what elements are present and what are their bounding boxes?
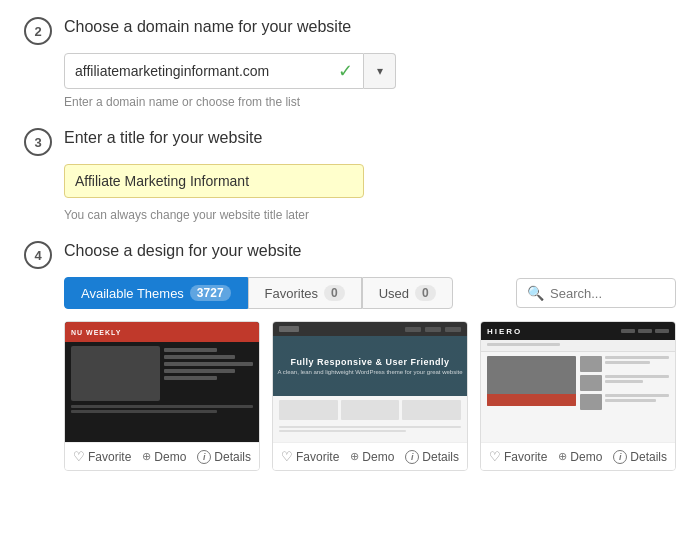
- theme-1-demo-btn[interactable]: ⊕ Demo: [142, 450, 186, 464]
- tab-available-themes[interactable]: Available Themes 3727: [64, 277, 248, 309]
- theme-card-2[interactable]: Fully Responsive & User Friendly A clean…: [272, 321, 468, 471]
- theme-3-details-btn[interactable]: i Details: [613, 450, 667, 464]
- theme-2-content: [273, 396, 467, 424]
- step-2-title: Choose a domain name for your website: [64, 16, 351, 36]
- theme-1-line-4: [164, 369, 235, 373]
- globe-icon-1: ⊕: [142, 450, 151, 463]
- domain-hint: Enter a domain name or choose from the l…: [64, 95, 676, 109]
- theme-2-favorite-label: Favorite: [296, 450, 339, 464]
- theme-3-preview: HIERO: [481, 322, 675, 442]
- theme-2-block-1: [279, 400, 338, 420]
- theme-card-1[interactable]: NU WEEKLY: [64, 321, 260, 471]
- theme-2-bar: [273, 322, 467, 336]
- theme-1-bar: NU WEEKLY: [65, 322, 259, 342]
- theme-3-line-3: [605, 375, 669, 378]
- theme-3-favorite-label: Favorite: [504, 450, 547, 464]
- step-2-circle: 2: [24, 17, 52, 45]
- theme-3-lines-1: [605, 356, 669, 364]
- theme-3-line-2: [605, 361, 650, 364]
- theme-2-hero: Fully Responsive & User Friendly A clean…: [273, 336, 467, 396]
- theme-3-line-5: [605, 394, 669, 397]
- theme-1-name: NU WEEKLY: [71, 329, 121, 336]
- theme-3-line-6: [605, 399, 656, 402]
- title-hint: You can always change your website title…: [64, 208, 676, 222]
- theme-2-preview: Fully Responsive & User Friendly A clean…: [273, 322, 467, 442]
- theme-3-line-1: [605, 356, 669, 359]
- theme-3-thumb-1: [580, 356, 602, 372]
- theme-search-input[interactable]: [550, 286, 700, 301]
- theme-1-image: [71, 346, 160, 401]
- theme-3-line-4: [605, 380, 643, 383]
- info-icon-3: i: [613, 450, 627, 464]
- heart-icon-2: ♡: [281, 449, 293, 464]
- tab-available-label: Available Themes: [81, 286, 184, 301]
- theme-2-block-3: [402, 400, 461, 420]
- theme-3-side-item-2: [580, 375, 669, 391]
- theme-3-details-label: Details: [630, 450, 667, 464]
- step-4-title: Choose a design for your website: [64, 240, 301, 260]
- theme-2-hero-sub: A clean, lean and lightweight WordPress …: [278, 369, 463, 375]
- step-2-content: ✓ ▾ Enter a domain name or choose from t…: [64, 53, 676, 109]
- theme-tabs: Available Themes 3727 Favorites 0 Used 0…: [64, 277, 676, 309]
- theme-3-demo-btn[interactable]: ⊕ Demo: [558, 450, 602, 464]
- theme-2-logo: [279, 326, 299, 332]
- info-icon-2: i: [405, 450, 419, 464]
- theme-1-line-5: [164, 376, 217, 380]
- step-3-title: Enter a title for your website: [64, 127, 262, 147]
- theme-2-demo-btn[interactable]: ⊕ Demo: [350, 450, 394, 464]
- tab-used-count: 0: [415, 285, 436, 301]
- theme-3-lines-2: [605, 375, 669, 383]
- theme-2-details-label: Details: [422, 450, 459, 464]
- domain-input-wrapper: ✓: [64, 53, 364, 89]
- theme-3-lines-3: [605, 394, 669, 402]
- theme-3-name: HIERO: [487, 327, 522, 336]
- theme-1-line-1: [164, 348, 217, 352]
- info-icon-1: i: [197, 450, 211, 464]
- step-4-content: Available Themes 3727 Favorites 0 Used 0…: [64, 277, 676, 471]
- theme-1-favorite-label: Favorite: [88, 450, 131, 464]
- tab-favorites-label: Favorites: [265, 286, 318, 301]
- website-title-input[interactable]: [64, 164, 364, 198]
- step-3-circle: 3: [24, 128, 52, 156]
- domain-input[interactable]: [75, 63, 332, 79]
- theme-1-line-2: [164, 355, 235, 359]
- theme-1-favorite-btn[interactable]: ♡ Favorite: [73, 449, 131, 464]
- theme-3-side-item-3: [580, 394, 669, 410]
- theme-3-content: [481, 352, 675, 414]
- theme-3-sidebar: [580, 356, 669, 410]
- theme-3-thumb-2: [580, 375, 602, 391]
- globe-icon-2: ⊕: [350, 450, 359, 463]
- tab-used[interactable]: Used 0: [362, 277, 453, 309]
- theme-2-demo-label: Demo: [362, 450, 394, 464]
- domain-check-icon: ✓: [338, 60, 353, 82]
- theme-3-thumb-3: [580, 394, 602, 410]
- theme-3-demo-label: Demo: [570, 450, 602, 464]
- theme-card-3[interactable]: HIERO: [480, 321, 676, 471]
- theme-3-side-item-1: [580, 356, 669, 372]
- theme-2-favorite-btn[interactable]: ♡ Favorite: [281, 449, 339, 464]
- heart-icon-3: ♡: [489, 449, 501, 464]
- theme-3-favorite-btn[interactable]: ♡ Favorite: [489, 449, 547, 464]
- theme-1-details-btn[interactable]: i Details: [197, 450, 251, 464]
- theme-3-footer: ♡ Favorite ⊕ Demo i Details: [481, 442, 675, 470]
- theme-2-footer: ♡ Favorite ⊕ Demo i Details: [273, 442, 467, 470]
- theme-1-content: [65, 342, 259, 405]
- themes-grid: NU WEEKLY: [64, 321, 676, 471]
- theme-1-lines: [164, 346, 253, 401]
- theme-3-bar: HIERO: [481, 322, 675, 340]
- theme-3-overlay: [487, 394, 576, 406]
- heart-icon-1: ♡: [73, 449, 85, 464]
- theme-1-preview: NU WEEKLY: [65, 322, 259, 442]
- tab-available-count: 3727: [190, 285, 231, 301]
- tab-favorites[interactable]: Favorites 0: [248, 277, 362, 309]
- domain-dropdown-button[interactable]: ▾: [364, 53, 396, 89]
- theme-1-demo-label: Demo: [154, 450, 186, 464]
- theme-3-main-image: [487, 356, 576, 406]
- theme-search-wrapper: 🔍: [516, 278, 676, 308]
- theme-2-details-btn[interactable]: i Details: [405, 450, 459, 464]
- step-4-circle: 4: [24, 241, 52, 269]
- tab-used-label: Used: [379, 286, 409, 301]
- theme-2-hero-title: Fully Responsive & User Friendly: [290, 357, 449, 367]
- theme-1-details-label: Details: [214, 450, 251, 464]
- theme-2-block-2: [341, 400, 400, 420]
